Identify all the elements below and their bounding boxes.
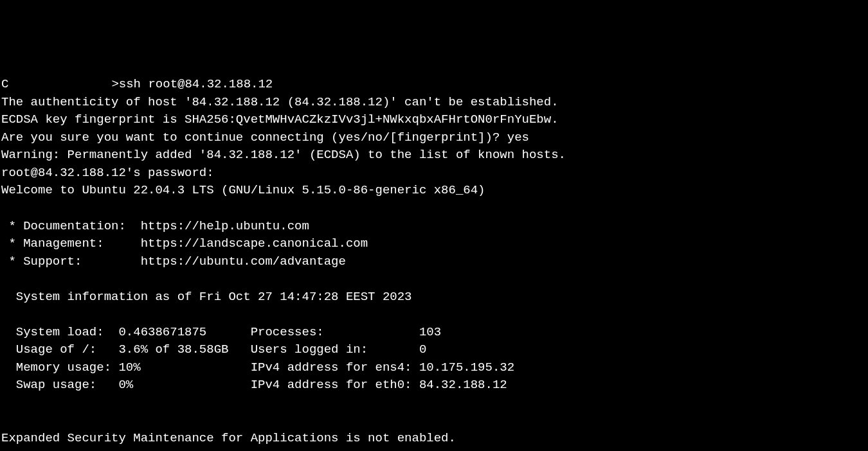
terminal-output[interactable]: C>ssh root@84.32.188.12 The authenticity… [1, 77, 566, 451]
sysinfo-row1: System load: 0.4638671875 Processes: 103 [1, 325, 441, 339]
authenticity-line: The authenticity of host '84.32.188.12 (… [1, 95, 559, 109]
sysinfo-header: System information as of Fri Oct 27 14:4… [1, 290, 412, 304]
password-prompt: root@84.32.188.12's password: [1, 166, 214, 180]
confirm-prompt: Are you sure you want to continue connec… [1, 130, 507, 145]
doc-link-line: * Documentation: https://help.ubuntu.com [1, 219, 309, 233]
redacted-path [8, 79, 111, 91]
esm-line: Expanded Security Maintenance for Applic… [1, 431, 456, 445]
welcome-line: Welcome to Ubuntu 22.04.3 LTS (GNU/Linux… [1, 183, 485, 197]
mgmt-link-line: * Management: https://landscape.canonica… [1, 236, 368, 251]
fingerprint-line: ECDSA key fingerprint is SHA256:QvetMWHv… [1, 112, 559, 127]
prompt-suffix: > [111, 77, 118, 91]
sysinfo-row3: Memory usage: 10% IPv4 address for ens4:… [1, 360, 514, 375]
prompt-prefix: C [1, 77, 8, 91]
confirm-response: yes [507, 130, 529, 145]
support-link-line: * Support: https://ubuntu.com/advantage [1, 254, 346, 269]
sysinfo-row2: Usage of /: 3.6% of 38.58GB Users logged… [1, 342, 426, 357]
warning-line: Warning: Permanently added '84.32.188.12… [1, 148, 566, 162]
ssh-command: ssh root@84.32.188.12 [119, 77, 273, 91]
sysinfo-row4: Swap usage: 0% IPv4 address for eth0: 84… [1, 378, 507, 392]
